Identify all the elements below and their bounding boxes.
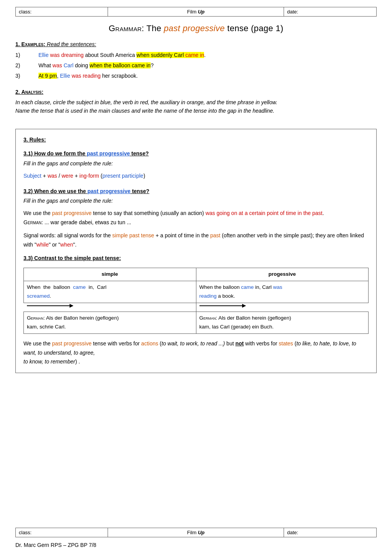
sec2-sc: Analysis	[22, 89, 42, 95]
usage-c: tense to say that something (usually an …	[91, 210, 206, 216]
sub1-heading: 3.1) How do we form the past progressive…	[23, 149, 369, 158]
r1c1-came: came	[73, 284, 86, 290]
ex3-sentence: At 9 pm, Ellie was reading her scrapbook…	[38, 71, 377, 81]
signal-e2: " or "	[49, 242, 60, 248]
sub1-pp: past progressive	[87, 150, 130, 157]
ex1-camein: came in	[185, 52, 204, 58]
example-row-2: 2) What was Carl doing when the balloon …	[15, 61, 377, 70]
actions-c: tense with verbs for	[91, 340, 141, 347]
german-label-2: German	[199, 315, 216, 321]
signal-d: past	[210, 232, 220, 238]
ex3-was: was	[71, 73, 81, 79]
row1-col1: When the balloon came in, Carl screamed.	[24, 281, 196, 303]
r1c2-reading: reading	[199, 293, 217, 299]
examples-block: 1) Ellie was dreaming about South Americ…	[15, 50, 377, 82]
row1-col2: When the balloon came in, Carl was readi…	[196, 281, 369, 303]
col2-header: progessive	[196, 268, 369, 281]
example-row-1: 1) Ellie was dreaming about South Americ…	[15, 50, 377, 60]
formula-was: was	[48, 173, 57, 179]
r1c1-screamed: screamed	[27, 293, 50, 299]
german-line: : ... war gerade dabei, etwas zu tun ...	[42, 219, 131, 225]
formula-plus2: +	[75, 173, 80, 179]
formula-line: Subject + was / were + ing-form (present…	[23, 172, 369, 181]
sub2-fill: Fill in the gaps and complete the rule:	[23, 197, 369, 206]
ex3-at9pm: At 9 pm	[38, 73, 57, 79]
ex2-num: 2)	[15, 61, 38, 70]
formula-were: were	[61, 173, 73, 179]
signal-while: while	[37, 242, 49, 248]
german-label: German	[23, 219, 42, 225]
arrow-line-left	[27, 305, 73, 306]
title-rest: tense (page 1)	[225, 23, 283, 33]
header-title-prefix: Film	[187, 9, 198, 15]
section2-content: In each clause, circle the subject in bl…	[15, 98, 377, 115]
main-title: Grammar: The past progessive tense (page…	[15, 23, 377, 33]
sub3-heading: 3.3) Contrast to the simple past tense:	[23, 254, 369, 263]
formula-participle: present participle	[103, 173, 144, 179]
section2-block: 2. Analysis: In each clause, circle the …	[15, 89, 377, 122]
ex2-carl: Carl	[63, 62, 73, 68]
rules-box: 3. Rules: 3.1) How do we form the past p…	[15, 129, 377, 373]
arrow-row	[24, 303, 369, 312]
header-class: class:	[16, 7, 108, 16]
formula-ing: ing-form	[80, 173, 99, 179]
sec3-label: 3. Rules:	[23, 137, 46, 143]
formula-plus1: +	[43, 173, 48, 179]
sec1-sc: Examples	[22, 41, 44, 47]
usage-a: We use the	[23, 210, 52, 216]
header-title: Film Up	[108, 7, 284, 16]
footer-title-prefix: Film	[187, 530, 198, 535]
ex3-num: 3)	[15, 71, 38, 81]
actions-b: past progressive	[52, 340, 91, 347]
ex2-was: was	[53, 62, 62, 68]
sec1-num: 1.	[15, 41, 22, 47]
sub2-pp: past progressive	[87, 188, 130, 194]
actions-f: to wait, to work, to read ...)	[161, 340, 225, 347]
arrow-right	[199, 305, 365, 307]
signal-words: Signal words: all signal words for the s…	[23, 231, 369, 250]
usage-e: .	[322, 210, 324, 216]
header-date: date:	[284, 7, 376, 16]
ex1-period: .	[204, 52, 206, 58]
ex1-ellie: Ellie	[38, 52, 48, 58]
title-sc: Grammar:	[109, 23, 144, 33]
ex1-wasdreaming: was dreaming	[50, 52, 83, 58]
signal-c: + a point of time in the	[154, 232, 210, 238]
actions-d: actions	[141, 340, 158, 347]
title-space: The	[144, 23, 164, 33]
sec2-num: 2.	[15, 89, 22, 95]
example-row-3: 3) At 9 pm, Ellie was reading her scrapb…	[15, 71, 377, 81]
arrow-left	[27, 305, 193, 307]
usage-b: past progressive	[52, 210, 91, 216]
sec2-colon: :	[42, 89, 43, 95]
usage-para: We use the past progressive tense to say…	[23, 209, 369, 227]
r1c2-came: came	[241, 284, 254, 290]
sub2-heading: 3.2) When do we use the past progressive…	[23, 187, 369, 196]
german-label-1: German	[27, 315, 43, 321]
ex1-sentence: Ellie was dreaming about South America w…	[38, 50, 377, 60]
ex1-num: 1)	[15, 50, 38, 60]
table-row-1: When the balloon came in, Carl screamed.…	[24, 281, 369, 303]
signal-a: Signal words: all signal words for the	[23, 232, 112, 238]
footer-title-bold: Up	[198, 530, 204, 535]
section3-heading: 3. Rules:	[23, 135, 369, 145]
signal-b: simple past tense	[112, 232, 154, 238]
actions-block: We use the past progressive tense with v…	[23, 339, 369, 367]
actions-e: (	[158, 340, 162, 347]
actions-g: but	[225, 340, 235, 347]
analysis-line1: In each clause, circle the subject in bl…	[15, 99, 277, 105]
sec1-rest: Read the sentences:	[45, 41, 96, 47]
german-row: German: Als der Ballon herein (geflogen)…	[24, 312, 369, 333]
signal-e3: ".	[73, 242, 76, 248]
actions-l: ) .	[75, 358, 80, 365]
title-orange: past progessive	[164, 23, 225, 33]
ex1-when-highlight: when suddenly Carl	[136, 52, 185, 58]
footer-title: Film Up	[108, 528, 284, 537]
footer-bar: class: Film Up date:	[15, 528, 377, 537]
usage-d: was going on at a certain point of time …	[206, 210, 322, 216]
ex3-ellie: Ellie	[60, 73, 70, 79]
comparison-table: simple progessive When the balloon came …	[23, 268, 369, 334]
ex2-when-highlight: when the balloon came in	[90, 62, 151, 68]
german-col2: German: Als der Ballon herein (geflogen)…	[196, 312, 369, 333]
col1-header: simple	[24, 268, 196, 281]
